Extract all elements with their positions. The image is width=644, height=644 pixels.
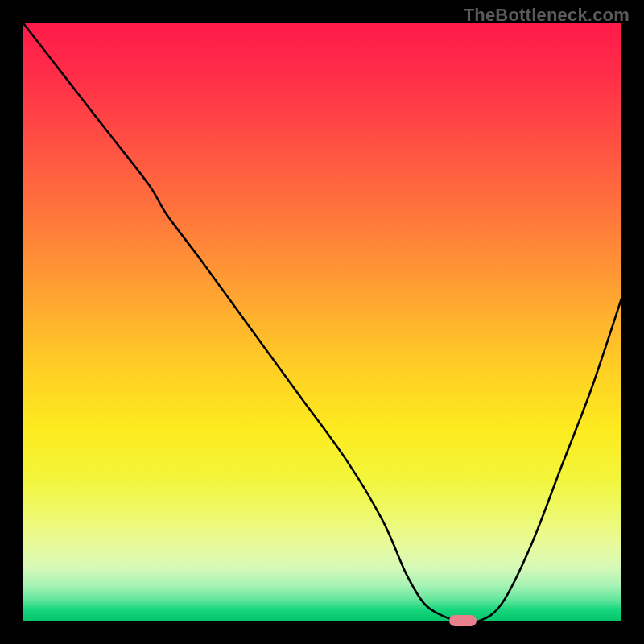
optimal-marker — [449, 615, 477, 626]
chart-frame: TheBottleneck.com — [0, 0, 644, 644]
bottleneck-curve — [23, 23, 621, 621]
plot-area — [23, 23, 621, 621]
